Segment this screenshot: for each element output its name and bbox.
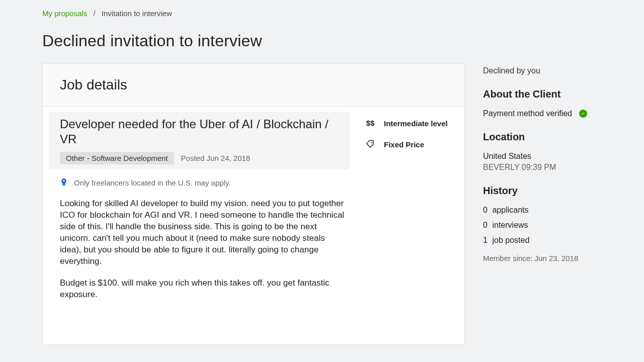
about-client-heading: About the Client [483,88,602,100]
breadcrumb-current: Invitation to interview [102,9,172,18]
price-type-label: Fixed Price [384,140,424,150]
breadcrumb-separator: / [93,9,95,18]
history-jobs-posted: 1 job posted [483,236,602,245]
job-details-heading: Job details [60,77,447,93]
location-heading: Location [483,131,602,143]
location-pin-icon [60,177,68,188]
experience-level-label: Intermediate level [384,119,448,129]
price-tag-icon [365,140,376,150]
job-description-p1: Looking for skilled AI developer to buil… [60,198,346,267]
location-only-note: Only freelancers located in the U.S. may… [74,178,231,187]
member-since: Member since: Jun 23, 2018 [483,254,602,262]
svg-point-1 [371,142,372,143]
client-city-time: BEVERLY 09:39 PM [483,163,602,172]
history-interviews: 0 interviews [483,221,602,230]
breadcrumb: My proposals / Invitation to interview [42,9,602,18]
dollar-level-icon: $$ [365,119,376,127]
job-description-p2: Budget is $100. will make you rich when … [60,278,346,301]
payment-verified-label: Payment method verified [483,109,572,118]
page-title: Declined invitation to interview [42,32,602,50]
job-category-badge[interactable]: Other - Software Development [60,152,174,164]
history-heading: History [483,185,602,197]
proposal-status: Declined by you [483,66,602,75]
client-country: United States [483,152,602,161]
verified-check-icon [579,110,587,118]
job-title: Developer needed for the Uber of AI / Bl… [60,117,345,147]
client-sidebar: Declined by you About the Client Payment… [483,63,602,262]
job-posted-date: Posted Jun 24, 2018 [181,154,251,162]
breadcrumb-root-link[interactable]: My proposals [42,9,87,18]
job-details-card: Job details Developer needed for the Ube… [42,63,465,345]
history-applicants: 0 applicants [483,206,602,215]
svg-rect-0 [62,185,66,185]
